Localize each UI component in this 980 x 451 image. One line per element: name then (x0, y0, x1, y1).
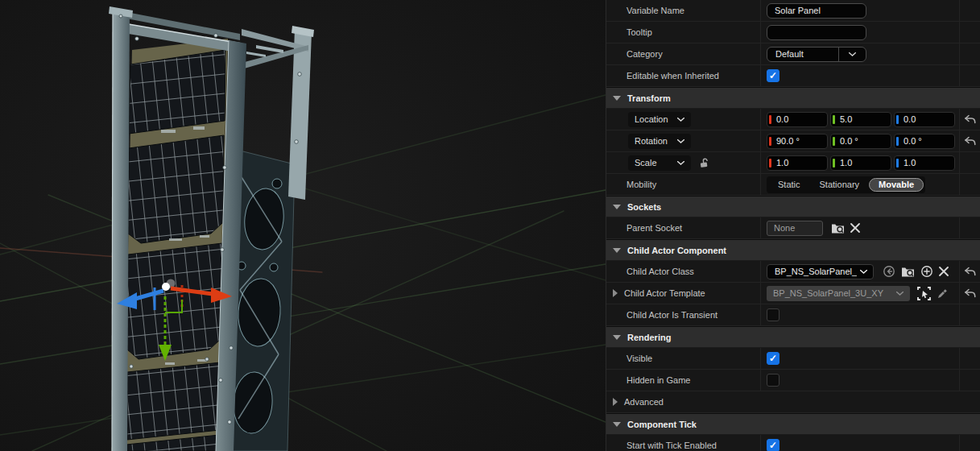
child-actor-class-label: Child Actor Class (626, 267, 694, 276)
mobility-option-stationary[interactable]: Stationary (810, 178, 870, 192)
triangle-down-icon (613, 248, 621, 253)
row-mobility: Mobility Static Stationary Movable (606, 174, 980, 196)
select-object-icon[interactable] (917, 287, 931, 300)
triangle-right-icon (613, 398, 618, 406)
rotation-x-field[interactable]: 90.0 ° (767, 134, 828, 149)
scale-y-field[interactable]: 1.0 (830, 155, 891, 171)
row-hidden-in-game: Hidden in Game ✓ (606, 370, 980, 391)
row-variable-name: Variable Name (606, 0, 980, 22)
category-dropdown[interactable]: Default (767, 47, 866, 62)
left-rail (112, 8, 130, 451)
child-actor-class-dropdown[interactable]: BP_NS_SolarPanel_ (767, 264, 874, 279)
mobility-option-static[interactable]: Static (768, 178, 810, 192)
triangle-right-icon[interactable] (613, 289, 618, 297)
chevron-down-icon (860, 270, 867, 274)
eyedropper-icon[interactable] (937, 288, 949, 300)
chevron-down-icon (839, 52, 866, 56)
revert-class-button[interactable] (964, 267, 976, 277)
row-editable-when-inherited: Editable when Inherited ✓ (606, 65, 980, 87)
row-location: Location 0.0 5.0 0.0 (606, 109, 980, 130)
row-child-actor-is-transient: Child Actor Is Transient ✓ (606, 304, 980, 326)
row-rotation: Rotation 90.0 ° 0.0 ° 0.0 ° (606, 130, 980, 152)
rotation-label: Rotation (635, 136, 668, 146)
hidden-in-game-label: Hidden in Game (626, 375, 691, 385)
scale-z-field[interactable]: 1.0 (894, 155, 955, 171)
row-tooltip: Tooltip (606, 22, 980, 43)
gizmo-center[interactable] (162, 283, 170, 291)
category-label: Category (626, 49, 663, 59)
child-actor-is-transient-label: Child Actor Is Transient (626, 310, 717, 320)
chevron-down-icon (677, 118, 684, 122)
section-sockets[interactable]: Sockets (606, 196, 980, 217)
mobility-label: Mobility (626, 180, 656, 189)
checkmark-icon: ✓ (769, 71, 777, 81)
folder-search-icon[interactable] (831, 222, 845, 234)
category-value: Default (767, 49, 838, 59)
row-parent-socket: Parent Socket None (606, 217, 980, 239)
start-with-tick-enabled-label: Start with Tick Enabled (626, 441, 717, 450)
folder-search-icon[interactable] (901, 266, 915, 277)
tooltip-label: Tooltip (626, 27, 652, 37)
close-icon[interactable] (850, 223, 860, 233)
row-category: Category Default (606, 43, 980, 65)
plus-circle-icon[interactable] (920, 265, 933, 278)
visible-checkbox[interactable]: ✓ (767, 352, 779, 365)
section-component-tick[interactable]: Component Tick (606, 413, 980, 435)
section-child-actor-component[interactable]: Child Actor Component (606, 239, 980, 261)
checkmark-icon: ✓ (769, 354, 777, 363)
scale-mode-dropdown[interactable]: Scale (628, 155, 691, 171)
variable-name-input[interactable] (767, 3, 866, 19)
section-transform[interactable]: Transform (606, 87, 980, 109)
revert-location-button[interactable] (964, 114, 976, 125)
child-actor-template-dropdown[interactable]: BP_NS_SolarPanel_3U_XY (767, 286, 910, 301)
hidden-in-game-checkbox[interactable]: ✓ (767, 374, 779, 387)
row-start-with-tick-enabled: Start with Tick Enabled ✓ (606, 435, 980, 451)
sockets-header-label: Sockets (627, 202, 661, 212)
chevron-down-icon (896, 292, 904, 296)
mobility-option-movable[interactable]: Movable (869, 178, 924, 192)
tooltip-input[interactable] (767, 25, 866, 40)
location-mode-dropdown[interactable]: Location (628, 112, 691, 127)
chevron-down-icon (677, 139, 684, 143)
triangle-down-icon (613, 335, 621, 340)
viewport-3d[interactable] (0, 0, 606, 451)
editable-when-inherited-checkbox[interactable]: ✓ (767, 69, 779, 82)
close-icon[interactable] (939, 267, 949, 276)
component-tick-header-label: Component Tick (627, 420, 697, 429)
scale-x-field[interactable]: 1.0 (767, 155, 828, 171)
rotation-z-field[interactable]: 0.0 ° (894, 134, 955, 149)
row-child-actor-class: Child Actor Class BP_NS_SolarPanel_ (606, 261, 980, 283)
row-advanced-expander[interactable]: Advanced (606, 391, 980, 413)
triangle-down-icon (613, 205, 621, 209)
parent-socket-field[interactable]: None (767, 221, 823, 236)
child-actor-is-transient-checkbox[interactable]: ✓ (767, 308, 779, 321)
arrow-left-circle-icon[interactable] (883, 265, 895, 278)
location-label: Location (635, 114, 668, 124)
child-actor-component-header-label: Child Actor Component (627, 246, 726, 255)
section-rendering[interactable]: Rendering (606, 326, 980, 348)
row-scale: Scale 1.0 1.0 1.0 (606, 152, 980, 174)
scale-label: Scale (635, 158, 657, 168)
revert-rotation-button[interactable] (964, 136, 976, 147)
rotation-y-field[interactable]: 0.0 ° (830, 134, 891, 149)
triangle-down-icon (613, 96, 621, 101)
location-y-field[interactable]: 5.0 (830, 112, 891, 127)
mobility-segmented-control: Static Stationary Movable (767, 176, 925, 193)
advanced-label: Advanced (624, 397, 664, 407)
editable-when-inherited-label: Editable when Inherited (626, 71, 719, 81)
revert-template-button[interactable] (964, 288, 976, 299)
start-with-tick-enabled-checkbox[interactable]: ✓ (767, 439, 779, 451)
child-actor-template-label: Child Actor Template (624, 288, 705, 298)
visible-label: Visible (626, 354, 652, 363)
viewport-canvas[interactable] (0, 0, 606, 451)
location-z-field[interactable]: 0.0 (894, 112, 955, 127)
rotation-mode-dropdown[interactable]: Rotation (628, 134, 691, 149)
open-padlock-icon[interactable] (699, 158, 709, 168)
row-visible: Visible ✓ (606, 348, 980, 370)
rendering-header-label: Rendering (627, 333, 671, 342)
checkmark-icon: ✓ (769, 441, 777, 450)
triangle-down-icon (613, 422, 621, 427)
editor-window: Variable Name Tooltip Category Default (0, 0, 980, 451)
location-x-field[interactable]: 0.0 (767, 112, 828, 127)
row-child-actor-template: Child Actor Template BP_NS_SolarPanel_3U… (606, 283, 980, 304)
